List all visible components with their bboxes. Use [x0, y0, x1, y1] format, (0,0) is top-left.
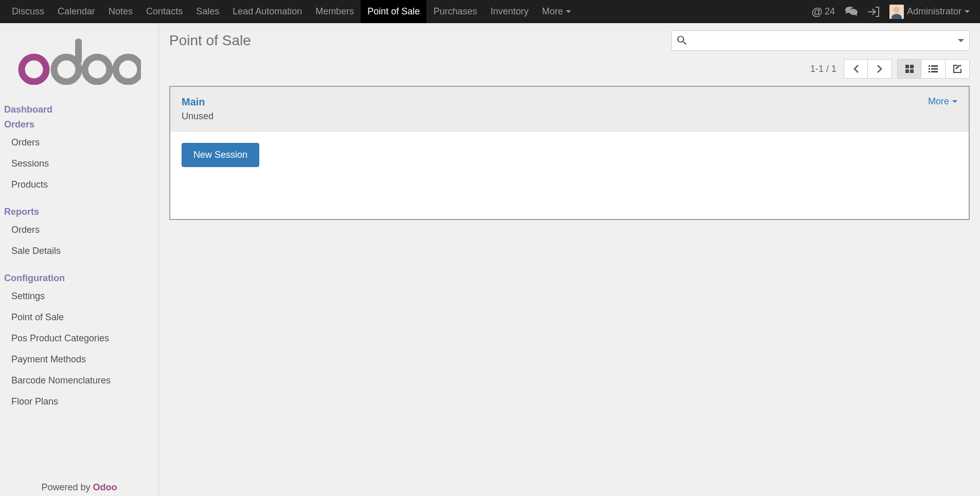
at-icon: @: [811, 5, 822, 19]
svg-rect-8: [910, 69, 914, 73]
form-view-button[interactable]: [946, 59, 970, 79]
pos-card-more-button[interactable]: More: [928, 96, 957, 107]
top-nav-right: @ 24 Administrator: [806, 0, 975, 23]
view-switcher: [897, 59, 970, 79]
chat-button[interactable]: [840, 0, 863, 23]
top-nav-left: DiscussCalendarNotesContactsSalesLead Au…: [5, 0, 578, 23]
sidebar-header-configuration[interactable]: Configuration: [4, 271, 158, 286]
sidebar-header-orders[interactable]: Orders: [4, 117, 158, 132]
caret-down-icon: [952, 100, 957, 103]
nav-item-calendar[interactable]: Calendar: [51, 0, 102, 23]
page-title: Point of Sale: [169, 32, 251, 49]
svg-rect-7: [905, 69, 909, 73]
powered-brand-link[interactable]: Odoo: [93, 482, 117, 492]
sidebar-item-sale-details[interactable]: Sale Details: [4, 241, 158, 262]
pager-text: 1-1 / 1: [810, 64, 836, 75]
svg-point-0: [22, 57, 46, 82]
nav-item-lead-automation[interactable]: Lead Automation: [226, 0, 309, 23]
search-input[interactable]: [691, 36, 958, 45]
nav-item-discuss[interactable]: Discuss: [5, 0, 51, 23]
pos-card-subtitle: Unused: [182, 111, 213, 122]
search-wrap: [671, 30, 970, 51]
messages-count: 24: [825, 6, 835, 17]
kanban-area: Main Unused More New Session: [159, 86, 980, 230]
nav-item-inventory[interactable]: Inventory: [484, 0, 535, 23]
svg-rect-10: [931, 65, 938, 67]
list-icon: [929, 65, 938, 72]
sidebar-item-orders[interactable]: Orders: [4, 219, 158, 241]
sign-in-icon: [868, 7, 879, 17]
avatar: [889, 5, 904, 19]
nav-item-contacts[interactable]: Contacts: [139, 0, 189, 23]
sidebar-item-floor-plans[interactable]: Floor Plans: [4, 391, 158, 412]
pos-card-header: Main Unused More: [170, 87, 969, 132]
top-nav: DiscussCalendarNotesContactsSalesLead Au…: [0, 0, 980, 23]
messages-counter[interactable]: @ 24: [806, 0, 840, 23]
svg-rect-11: [929, 68, 930, 70]
svg-point-4: [116, 57, 140, 82]
pager-prev-button[interactable]: [844, 59, 868, 79]
search-icon: [677, 35, 687, 46]
logo: [0, 23, 158, 102]
nav-item-purchases[interactable]: Purchases: [426, 0, 484, 23]
caret-down-icon: [965, 10, 970, 13]
svg-rect-2: [75, 39, 82, 64]
control-row-2: 1-1 / 1: [159, 55, 980, 86]
control-row-1: Point of Sale: [159, 23, 980, 55]
chevron-left-icon: [853, 65, 859, 73]
nav-item-more[interactable]: More: [535, 0, 578, 23]
comments-icon: [845, 7, 858, 17]
pager-buttons: [844, 59, 892, 79]
caret-down-icon: [566, 10, 571, 13]
search-options-caret[interactable]: [958, 39, 964, 42]
powered-by: Powered by Odoo: [0, 480, 158, 496]
edit-icon: [953, 65, 961, 73]
pager-next-button[interactable]: [868, 59, 892, 79]
svg-rect-14: [931, 71, 938, 72]
list-view-button[interactable]: [921, 59, 946, 79]
sidebar-header-dashboard[interactable]: Dashboard: [4, 102, 158, 117]
pos-card-more-label: More: [928, 96, 949, 107]
sidebar-header-reports[interactable]: Reports: [4, 205, 158, 219]
login-button[interactable]: [863, 0, 884, 23]
chevron-right-icon: [877, 65, 882, 73]
svg-rect-12: [931, 68, 938, 70]
sidebar-item-barcode-nomenclatures[interactable]: Barcode Nomenclatures: [4, 370, 158, 391]
svg-rect-13: [929, 71, 930, 72]
sidebar-item-payment-methods[interactable]: Payment Methods: [4, 349, 158, 370]
svg-rect-5: [905, 65, 909, 68]
nav-item-members[interactable]: Members: [309, 0, 361, 23]
sidebar: DashboardOrdersOrdersSessionsProductsRep…: [0, 23, 159, 496]
odoo-logo-icon: [17, 39, 141, 85]
svg-point-1: [54, 57, 79, 82]
sidebar-item-settings[interactable]: Settings: [4, 286, 158, 307]
kanban-icon: [905, 65, 914, 73]
svg-rect-6: [910, 65, 914, 68]
nav-item-sales[interactable]: Sales: [189, 0, 226, 23]
main-content: Point of Sale 1-1 / 1: [159, 23, 980, 496]
kanban-view-button[interactable]: [897, 59, 921, 79]
user-menu[interactable]: Administrator: [884, 0, 975, 23]
sidebar-item-sessions[interactable]: Sessions: [4, 153, 158, 174]
pos-card: Main Unused More New Session: [169, 86, 970, 220]
svg-point-3: [85, 57, 110, 82]
user-label: Administrator: [907, 6, 961, 17]
svg-rect-9: [929, 65, 930, 67]
pos-card-body: New Session: [170, 132, 969, 219]
sidebar-menu[interactable]: DashboardOrdersOrdersSessionsProductsRep…: [0, 102, 158, 480]
pos-card-title[interactable]: Main: [182, 96, 213, 108]
nav-item-notes[interactable]: Notes: [102, 0, 139, 23]
sidebar-item-orders[interactable]: Orders: [4, 132, 158, 153]
powered-prefix: Powered by: [41, 482, 93, 492]
sidebar-item-products[interactable]: Products: [4, 174, 158, 195]
sidebar-item-point-of-sale[interactable]: Point of Sale: [4, 307, 158, 328]
nav-item-point-of-sale[interactable]: Point of Sale: [361, 0, 426, 23]
new-session-button[interactable]: New Session: [182, 143, 259, 167]
sidebar-item-pos-product-categories[interactable]: Pos Product Categories: [4, 328, 158, 349]
search-box[interactable]: [671, 30, 970, 51]
